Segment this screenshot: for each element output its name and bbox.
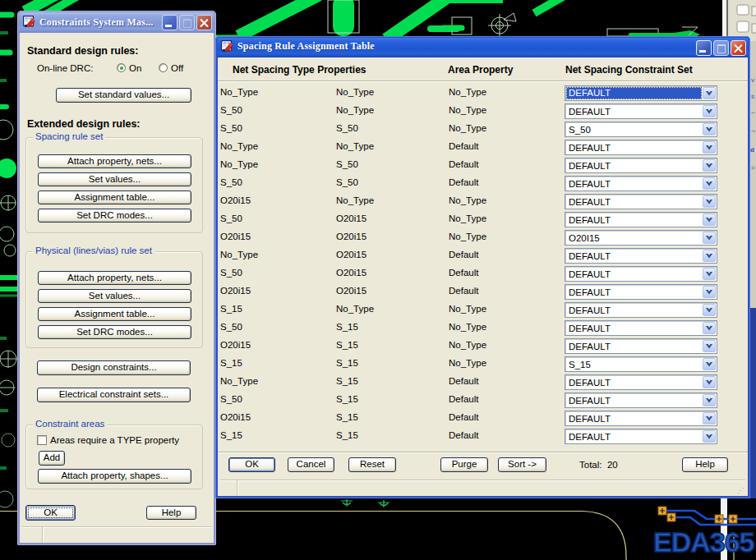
svg-text:d: d bbox=[750, 146, 754, 154]
svg-text:¬: ¬ bbox=[751, 127, 755, 135]
svg-text:=: = bbox=[751, 164, 755, 172]
svg-text:v: v bbox=[751, 76, 754, 84]
svg-text:s: s bbox=[751, 93, 754, 100]
svg-text:EDA365: EDA365 bbox=[653, 526, 754, 558]
svg-text:~: ~ bbox=[751, 109, 755, 117]
